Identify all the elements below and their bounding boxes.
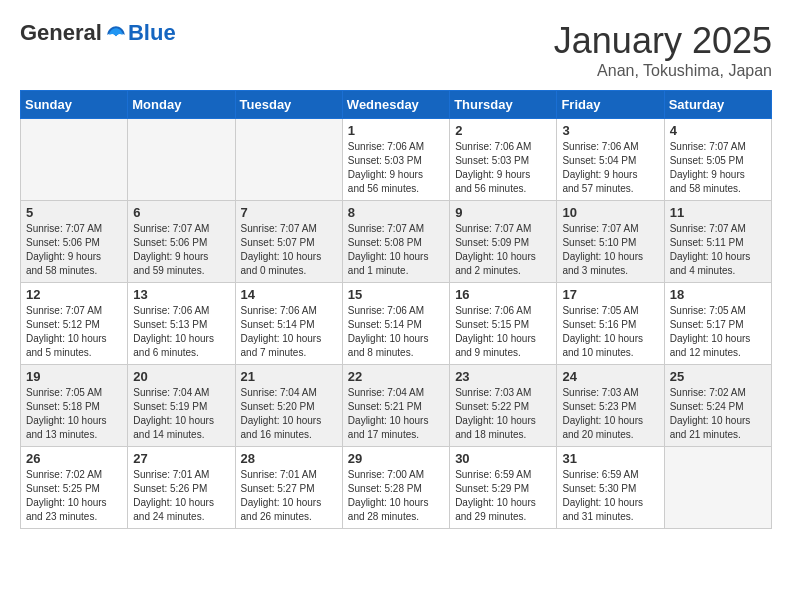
day-number: 15 bbox=[348, 287, 444, 302]
calendar-week-row: 1Sunrise: 7:06 AM Sunset: 5:03 PM Daylig… bbox=[21, 119, 772, 201]
day-info: Sunrise: 7:06 AM Sunset: 5:04 PM Dayligh… bbox=[562, 140, 658, 196]
calendar-cell: 19Sunrise: 7:05 AM Sunset: 5:18 PM Dayli… bbox=[21, 365, 128, 447]
day-info: Sunrise: 7:07 AM Sunset: 5:06 PM Dayligh… bbox=[26, 222, 122, 278]
calendar-cell: 31Sunrise: 6:59 AM Sunset: 5:30 PM Dayli… bbox=[557, 447, 664, 529]
day-number: 2 bbox=[455, 123, 551, 138]
day-number: 25 bbox=[670, 369, 766, 384]
day-info: Sunrise: 7:07 AM Sunset: 5:06 PM Dayligh… bbox=[133, 222, 229, 278]
calendar-cell: 26Sunrise: 7:02 AM Sunset: 5:25 PM Dayli… bbox=[21, 447, 128, 529]
day-number: 1 bbox=[348, 123, 444, 138]
day-info: Sunrise: 7:01 AM Sunset: 5:26 PM Dayligh… bbox=[133, 468, 229, 524]
day-info: Sunrise: 7:06 AM Sunset: 5:03 PM Dayligh… bbox=[455, 140, 551, 196]
page-header: General Blue January 2025 Anan, Tokushim… bbox=[20, 20, 772, 80]
day-info: Sunrise: 7:06 AM Sunset: 5:14 PM Dayligh… bbox=[241, 304, 337, 360]
calendar-cell bbox=[128, 119, 235, 201]
calendar-cell: 30Sunrise: 6:59 AM Sunset: 5:29 PM Dayli… bbox=[450, 447, 557, 529]
day-number: 24 bbox=[562, 369, 658, 384]
weekday-header-saturday: Saturday bbox=[664, 91, 771, 119]
calendar-cell: 29Sunrise: 7:00 AM Sunset: 5:28 PM Dayli… bbox=[342, 447, 449, 529]
calendar-cell: 23Sunrise: 7:03 AM Sunset: 5:22 PM Dayli… bbox=[450, 365, 557, 447]
day-number: 26 bbox=[26, 451, 122, 466]
calendar-week-row: 5Sunrise: 7:07 AM Sunset: 5:06 PM Daylig… bbox=[21, 201, 772, 283]
day-info: Sunrise: 7:07 AM Sunset: 5:09 PM Dayligh… bbox=[455, 222, 551, 278]
calendar-cell: 24Sunrise: 7:03 AM Sunset: 5:23 PM Dayli… bbox=[557, 365, 664, 447]
day-info: Sunrise: 7:07 AM Sunset: 5:05 PM Dayligh… bbox=[670, 140, 766, 196]
calendar-cell: 4Sunrise: 7:07 AM Sunset: 5:05 PM Daylig… bbox=[664, 119, 771, 201]
calendar-week-row: 26Sunrise: 7:02 AM Sunset: 5:25 PM Dayli… bbox=[21, 447, 772, 529]
day-number: 10 bbox=[562, 205, 658, 220]
day-info: Sunrise: 7:04 AM Sunset: 5:19 PM Dayligh… bbox=[133, 386, 229, 442]
day-info: Sunrise: 7:05 AM Sunset: 5:16 PM Dayligh… bbox=[562, 304, 658, 360]
title-block: January 2025 Anan, Tokushima, Japan bbox=[554, 20, 772, 80]
logo-bird-icon bbox=[106, 23, 126, 43]
weekday-header-friday: Friday bbox=[557, 91, 664, 119]
calendar-cell: 7Sunrise: 7:07 AM Sunset: 5:07 PM Daylig… bbox=[235, 201, 342, 283]
calendar-cell: 2Sunrise: 7:06 AM Sunset: 5:03 PM Daylig… bbox=[450, 119, 557, 201]
day-number: 31 bbox=[562, 451, 658, 466]
day-info: Sunrise: 7:04 AM Sunset: 5:21 PM Dayligh… bbox=[348, 386, 444, 442]
weekday-header-monday: Monday bbox=[128, 91, 235, 119]
day-info: Sunrise: 7:03 AM Sunset: 5:23 PM Dayligh… bbox=[562, 386, 658, 442]
day-number: 6 bbox=[133, 205, 229, 220]
calendar-cell: 11Sunrise: 7:07 AM Sunset: 5:11 PM Dayli… bbox=[664, 201, 771, 283]
day-info: Sunrise: 7:01 AM Sunset: 5:27 PM Dayligh… bbox=[241, 468, 337, 524]
weekday-header-sunday: Sunday bbox=[21, 91, 128, 119]
day-info: Sunrise: 7:07 AM Sunset: 5:07 PM Dayligh… bbox=[241, 222, 337, 278]
calendar-cell: 20Sunrise: 7:04 AM Sunset: 5:19 PM Dayli… bbox=[128, 365, 235, 447]
day-info: Sunrise: 7:06 AM Sunset: 5:15 PM Dayligh… bbox=[455, 304, 551, 360]
calendar-cell bbox=[21, 119, 128, 201]
calendar-week-row: 12Sunrise: 7:07 AM Sunset: 5:12 PM Dayli… bbox=[21, 283, 772, 365]
calendar-cell: 21Sunrise: 7:04 AM Sunset: 5:20 PM Dayli… bbox=[235, 365, 342, 447]
logo: General Blue bbox=[20, 20, 176, 46]
day-info: Sunrise: 7:05 AM Sunset: 5:18 PM Dayligh… bbox=[26, 386, 122, 442]
day-number: 19 bbox=[26, 369, 122, 384]
day-info: Sunrise: 7:06 AM Sunset: 5:13 PM Dayligh… bbox=[133, 304, 229, 360]
day-info: Sunrise: 7:06 AM Sunset: 5:03 PM Dayligh… bbox=[348, 140, 444, 196]
weekday-header-thursday: Thursday bbox=[450, 91, 557, 119]
location-subtitle: Anan, Tokushima, Japan bbox=[554, 62, 772, 80]
day-number: 27 bbox=[133, 451, 229, 466]
calendar-cell: 15Sunrise: 7:06 AM Sunset: 5:14 PM Dayli… bbox=[342, 283, 449, 365]
calendar-cell: 1Sunrise: 7:06 AM Sunset: 5:03 PM Daylig… bbox=[342, 119, 449, 201]
day-info: Sunrise: 6:59 AM Sunset: 5:30 PM Dayligh… bbox=[562, 468, 658, 524]
day-number: 29 bbox=[348, 451, 444, 466]
day-info: Sunrise: 7:07 AM Sunset: 5:11 PM Dayligh… bbox=[670, 222, 766, 278]
day-info: Sunrise: 7:02 AM Sunset: 5:25 PM Dayligh… bbox=[26, 468, 122, 524]
day-number: 18 bbox=[670, 287, 766, 302]
day-number: 16 bbox=[455, 287, 551, 302]
calendar-cell: 5Sunrise: 7:07 AM Sunset: 5:06 PM Daylig… bbox=[21, 201, 128, 283]
day-number: 28 bbox=[241, 451, 337, 466]
logo-blue-text: Blue bbox=[128, 20, 176, 46]
day-number: 14 bbox=[241, 287, 337, 302]
day-number: 8 bbox=[348, 205, 444, 220]
calendar-cell: 16Sunrise: 7:06 AM Sunset: 5:15 PM Dayli… bbox=[450, 283, 557, 365]
day-number: 23 bbox=[455, 369, 551, 384]
day-number: 13 bbox=[133, 287, 229, 302]
calendar-cell: 17Sunrise: 7:05 AM Sunset: 5:16 PM Dayli… bbox=[557, 283, 664, 365]
day-info: Sunrise: 7:03 AM Sunset: 5:22 PM Dayligh… bbox=[455, 386, 551, 442]
calendar-cell bbox=[664, 447, 771, 529]
calendar-header-row: SundayMondayTuesdayWednesdayThursdayFrid… bbox=[21, 91, 772, 119]
calendar-cell: 28Sunrise: 7:01 AM Sunset: 5:27 PM Dayli… bbox=[235, 447, 342, 529]
day-number: 3 bbox=[562, 123, 658, 138]
day-number: 7 bbox=[241, 205, 337, 220]
day-info: Sunrise: 7:02 AM Sunset: 5:24 PM Dayligh… bbox=[670, 386, 766, 442]
day-number: 17 bbox=[562, 287, 658, 302]
calendar-cell: 8Sunrise: 7:07 AM Sunset: 5:08 PM Daylig… bbox=[342, 201, 449, 283]
day-info: Sunrise: 7:07 AM Sunset: 5:12 PM Dayligh… bbox=[26, 304, 122, 360]
day-info: Sunrise: 6:59 AM Sunset: 5:29 PM Dayligh… bbox=[455, 468, 551, 524]
day-info: Sunrise: 7:07 AM Sunset: 5:10 PM Dayligh… bbox=[562, 222, 658, 278]
day-number: 5 bbox=[26, 205, 122, 220]
calendar-cell bbox=[235, 119, 342, 201]
calendar-cell: 27Sunrise: 7:01 AM Sunset: 5:26 PM Dayli… bbox=[128, 447, 235, 529]
weekday-header-wednesday: Wednesday bbox=[342, 91, 449, 119]
calendar-cell: 3Sunrise: 7:06 AM Sunset: 5:04 PM Daylig… bbox=[557, 119, 664, 201]
weekday-header-tuesday: Tuesday bbox=[235, 91, 342, 119]
day-number: 30 bbox=[455, 451, 551, 466]
day-info: Sunrise: 7:05 AM Sunset: 5:17 PM Dayligh… bbox=[670, 304, 766, 360]
calendar-cell: 9Sunrise: 7:07 AM Sunset: 5:09 PM Daylig… bbox=[450, 201, 557, 283]
day-number: 22 bbox=[348, 369, 444, 384]
day-info: Sunrise: 7:07 AM Sunset: 5:08 PM Dayligh… bbox=[348, 222, 444, 278]
day-number: 9 bbox=[455, 205, 551, 220]
calendar-cell: 14Sunrise: 7:06 AM Sunset: 5:14 PM Dayli… bbox=[235, 283, 342, 365]
